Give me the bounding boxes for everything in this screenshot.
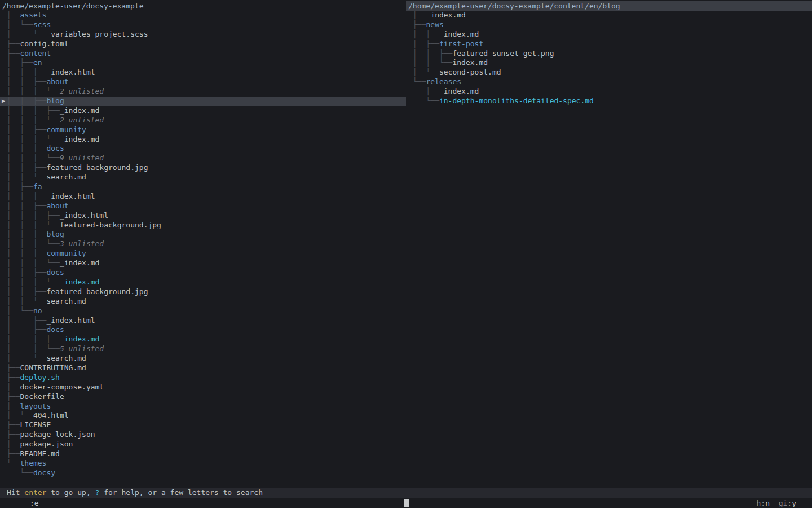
file-name: _index.html xyxy=(46,192,95,200)
tree-row[interactable]: ├──layouts xyxy=(0,402,406,411)
tree-branch: └── xyxy=(413,97,439,105)
tree-row[interactable]: └──docsy xyxy=(0,468,406,478)
tree-row[interactable]: │ │ │ └──_index.md xyxy=(0,135,406,144)
tree-branch: │ │ ├── xyxy=(7,192,46,200)
tree-row[interactable]: │ │ └──5 unlisted xyxy=(0,344,406,354)
tree-row[interactable]: │ │ ├──about xyxy=(0,202,406,211)
tree-row[interactable]: │ │ │ └──3 unlisted xyxy=(0,239,406,249)
tree-row[interactable]: │ │ ├──_index.html xyxy=(0,68,406,77)
tree-row[interactable]: ├──deploy.sh xyxy=(0,373,406,383)
tree-branch: │ │ │ └── xyxy=(7,116,60,124)
tree-row[interactable]: │ ├──_index.md xyxy=(406,30,812,40)
file-name: README.md xyxy=(20,449,59,458)
tree-row[interactable]: └──themes xyxy=(0,459,406,468)
right-panel-input[interactable]: h:n gi:y xyxy=(404,499,812,507)
tree-branch: ├── xyxy=(7,11,20,19)
tree-branch: │ └── xyxy=(7,20,33,29)
tree-row[interactable]: │ └──scss xyxy=(0,20,406,30)
right-panel-header: /home/example-user/docsy-example/content… xyxy=(406,1,812,11)
tree-row[interactable]: │ └──404.html xyxy=(0,411,406,421)
file-name: _index.html xyxy=(46,68,95,76)
tree-branch: │ └── xyxy=(7,354,46,362)
tree-row[interactable]: │ ├──en xyxy=(0,58,406,68)
tree-row[interactable]: ├──_index.md xyxy=(406,11,812,20)
tree-branch: │ ├── xyxy=(413,30,439,38)
tree-row[interactable]: ├──content xyxy=(0,49,406,59)
tree-row[interactable]: │ │ ├──_index.html xyxy=(0,192,406,202)
dir-name: releases xyxy=(426,77,461,86)
tree-row[interactable]: │ └──no xyxy=(0,306,406,316)
tree-branch: ├── xyxy=(7,373,20,382)
broot-window: /home/example-user/docsy-example ├──asse… xyxy=(0,0,812,508)
tree-branch: │ │ ├── xyxy=(7,249,46,257)
tree-row[interactable]: │ │ │ ├──_index.md xyxy=(0,106,406,116)
dir-name: layouts xyxy=(20,402,51,410)
tree-row[interactable]: ├──CONTRIBUTING.md xyxy=(0,364,406,373)
right-panel: /home/example-user/docsy-example/content… xyxy=(406,0,812,488)
tree-row[interactable]: ├──assets xyxy=(0,11,406,20)
tree-branch: └── xyxy=(413,77,426,86)
tree-branch: │ │ └── xyxy=(7,173,46,181)
tree-row[interactable]: ▶│ │ ├──blog xyxy=(0,97,406,106)
tree-row[interactable]: │ │ │ └──_index.md xyxy=(0,259,406,268)
tree-row[interactable]: │ ├──_index.html xyxy=(0,316,406,326)
tree-row[interactable]: │ ├──first-post xyxy=(406,40,812,49)
file-name: package.json xyxy=(20,440,73,448)
file-name: config.toml xyxy=(20,40,68,48)
tree-branch: ├── xyxy=(7,392,20,401)
tree-row[interactable]: │ │ ├──_index.md xyxy=(0,335,406,344)
left-panel-input[interactable]: :e xyxy=(0,491,404,508)
unlisted-label: 2 unlisted xyxy=(60,87,104,95)
tree-row[interactable]: ├──_index.md xyxy=(406,87,812,97)
tree-branch: ├── xyxy=(7,364,20,372)
tree-row[interactable]: │ ├──docs xyxy=(0,325,406,335)
tree-row[interactable]: └──releases xyxy=(406,77,812,87)
tree-row[interactable]: │ │ ├──blog xyxy=(0,230,406,239)
tree-row[interactable]: │ │ └──search.md xyxy=(0,297,406,306)
tree-branch: │ │ ├── xyxy=(7,68,46,76)
tree-row[interactable]: │ │ ├──featured-background.jpg xyxy=(0,287,406,297)
tree-row[interactable]: ├──docker-compose.yaml xyxy=(0,383,406,392)
tree-row[interactable]: │ │ ├──community xyxy=(0,125,406,135)
tree-row[interactable]: │ │ ├──featured-sunset-get.png xyxy=(406,49,812,59)
tree-row[interactable]: │ │ │ └──2 unlisted xyxy=(0,87,406,97)
dir-name: en xyxy=(33,58,42,67)
dir-name: docsy xyxy=(33,468,55,477)
file-name: second-post.md xyxy=(439,68,501,76)
tree-row[interactable]: │ │ └──index.md xyxy=(406,58,812,68)
tree-row[interactable]: ├──README.md xyxy=(0,449,406,459)
tree-branch: │ │ └── xyxy=(7,297,46,305)
tree-row[interactable]: ├──package-lock.json xyxy=(0,430,406,440)
tree-row[interactable]: │ │ │ └──9 unlisted xyxy=(0,154,406,163)
tree-branch: ├── xyxy=(413,87,439,95)
tree-row[interactable]: │ │ └──search.md xyxy=(0,173,406,182)
tree-row[interactable]: │ └──_variables_project.scss xyxy=(0,30,406,40)
tree-row[interactable]: │ │ │ └──featured-background.jpg xyxy=(0,221,406,230)
tree-row[interactable]: ├──LICENSE xyxy=(0,421,406,430)
tree-row[interactable]: │ ├──fa xyxy=(0,182,406,192)
dir-name: themes xyxy=(20,459,46,467)
tree-row[interactable]: │ │ ├──about xyxy=(0,77,406,87)
tree-row[interactable]: ├──config.toml xyxy=(0,40,406,49)
tree-row[interactable]: ├──Dockerfile xyxy=(0,392,406,402)
tree-row[interactable]: │ │ ├──community xyxy=(0,249,406,259)
file-name: featured-background.jpg xyxy=(46,163,148,172)
tree-row[interactable]: │ └──search.md xyxy=(0,354,406,364)
tree-branch: │ │ │ └── xyxy=(7,259,60,267)
tree-row[interactable]: ├──news xyxy=(406,20,812,30)
tree-row[interactable]: ├──package.json xyxy=(0,440,406,449)
dir-name: blog xyxy=(46,230,64,238)
tree-row[interactable]: │ │ ├──docs xyxy=(0,144,406,154)
toggle-flags: h:n gi:y xyxy=(757,499,796,507)
tree-row[interactable]: └──in-depth-monoliths-detailed-spec.md xyxy=(406,97,812,106)
tree-row[interactable]: │ │ │ └──2 unlisted xyxy=(0,116,406,125)
file-name: search.md xyxy=(46,297,86,305)
tree-row[interactable]: │ │ ├──docs xyxy=(0,268,406,278)
tree-row[interactable]: │ │ │ ├──_index.html xyxy=(0,211,406,221)
tree-row[interactable]: │ │ │ └──_index.md xyxy=(0,278,406,287)
tree-row[interactable]: │ └──second-post.md xyxy=(406,68,812,77)
tree-row[interactable]: │ │ ├──featured-background.jpg xyxy=(0,163,406,173)
file-name: search.md xyxy=(46,354,86,362)
file-name: package-lock.json xyxy=(20,430,95,439)
tree-branch: │ ├── xyxy=(7,325,46,334)
